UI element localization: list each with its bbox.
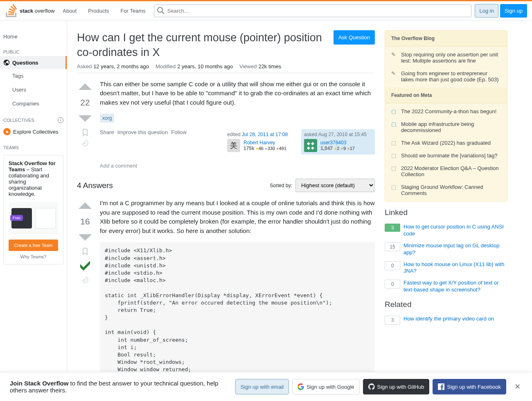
question-post: 22 This can either be some sample C code…: [77, 80, 375, 172]
vote-count: 22: [80, 98, 90, 108]
sidebar: Home PUBLIC Questions Tags Users Compani…: [0, 20, 67, 396]
history-icon[interactable]: [81, 139, 89, 147]
main-content: How can I get the current mouse (pointer…: [77, 30, 375, 386]
modified-label: Modified: [156, 63, 176, 69]
asker-action: asked: [304, 132, 318, 137]
banner-close-button[interactable]: ✕: [513, 381, 522, 393]
blog-item[interactable]: Stop requiring only one assertion per un…: [401, 52, 501, 64]
sidebar-tags[interactable]: Tags: [0, 69, 67, 83]
asked-value: 12 years, 2 months ago: [93, 63, 149, 69]
editor-time[interactable]: Jul 28, 2011 at 17:08: [242, 132, 288, 137]
viewed-label: Viewed: [239, 63, 257, 69]
so-icon: ⬚: [391, 184, 398, 196]
auth-buttons: Log in Sign up: [475, 4, 527, 18]
linked-item: 15 Minimize mouse input lag on GL deskto…: [385, 242, 507, 256]
login-button[interactable]: Log in: [475, 4, 498, 18]
editor-bronze: [276, 146, 279, 151]
asker-silver: [340, 146, 343, 151]
upvote-button[interactable]: [78, 80, 92, 94]
editor-name[interactable]: Robert Harvey: [243, 140, 286, 146]
github-icon: [368, 383, 375, 390]
editor-action: edited: [227, 132, 242, 137]
signup-facebook-button[interactable]: Sign up with Facebook: [433, 379, 506, 394]
globe-icon: [3, 59, 10, 66]
linked-item: 3 How to get cursor position in C using …: [385, 224, 507, 237]
meta-item[interactable]: The 2022 Community-a-thon has begun!: [401, 108, 496, 114]
follow-link[interactable]: Follow: [171, 129, 187, 135]
modified-value: 2 years, 10 months ago: [177, 63, 233, 69]
meta-item[interactable]: The Ask Wizard (2022) has graduated: [401, 140, 491, 146]
sidebar-users[interactable]: Users: [0, 83, 67, 97]
linked-score: 3: [385, 224, 400, 232]
teams-illustration: Free: [9, 202, 58, 235]
meta-item[interactable]: Should we burninate the [variations] tag…: [401, 152, 498, 159]
meta-header: Featured on Meta: [385, 87, 507, 103]
answers-count: 4 Answers: [77, 181, 113, 190]
sidebar-explore-collectives[interactable]: ★ Explore Collectives: [0, 125, 67, 139]
bookmark-icon[interactable]: [81, 129, 89, 136]
editor-gold: [256, 146, 259, 151]
share-link[interactable]: Share: [100, 129, 114, 135]
sidebar-teams-header: TEAMS: [0, 139, 67, 152]
info-icon[interactable]: i: [58, 117, 63, 123]
linked-item: 0 Fastest way to get X/Y position of tex…: [385, 280, 507, 293]
sidebar-companies[interactable]: Companies: [0, 97, 67, 111]
search-input[interactable]: [154, 4, 472, 17]
sort-select[interactable]: Highest score (default): [295, 179, 375, 192]
viewed-value: 22k times: [258, 63, 281, 69]
tag-xorg[interactable]: xorg: [100, 114, 114, 123]
linked-title[interactable]: How to get cursor position in C using AN…: [404, 224, 507, 237]
answer-bookmark-icon[interactable]: [81, 248, 89, 255]
nav-links: About Products For Teams: [58, 5, 150, 16]
sort-label: Sorted by:: [270, 183, 292, 188]
linked-item: 0 How to hook mouse on Linux (X11 lib) w…: [385, 261, 507, 275]
meta-item[interactable]: 2022 Moderator Election Q&A – Question C…: [401, 165, 501, 177]
meta-item[interactable]: Staging Ground Workflow: Canned Comments: [401, 184, 501, 196]
sidebar-questions[interactable]: Questions: [0, 56, 67, 69]
logo-text: stack overflow: [20, 8, 54, 14]
sidebar-questions-label: Questions: [12, 60, 38, 66]
linked-title[interactable]: How to hook mouse on Linux (X11 lib) wit…: [404, 261, 507, 275]
editor-rep: 175k: [243, 146, 255, 151]
editor-avatar[interactable]: 美: [227, 139, 240, 152]
blog-header: The Overflow Blog: [385, 31, 507, 47]
speech-icon: ▢: [391, 121, 398, 133]
why-teams-link[interactable]: Why Teams?: [9, 254, 58, 259]
downvote-button[interactable]: [78, 111, 92, 125]
signup-github-button[interactable]: Sign up with GitHub: [363, 379, 430, 394]
question-body: This can either be some sample C code or…: [100, 80, 375, 108]
asker-card: asked Aug 27, 2010 at 15:45 ◆ ◆◆ ◆ user3…: [301, 129, 375, 155]
blog-item[interactable]: Going from engineer to entrepreneur take…: [401, 70, 501, 83]
overflow-blog-widget: The Overflow Blog ✎Stop requiring only o…: [385, 30, 507, 202]
answer-upvote-button[interactable]: [78, 199, 92, 213]
asker-avatar[interactable]: ◆ ◆◆ ◆: [304, 139, 317, 152]
answer-vote-column: 16: [77, 199, 93, 385]
linked-score: 15: [385, 242, 400, 251]
answer-downvote-button[interactable]: [78, 230, 92, 244]
ask-question-button[interactable]: Ask Question: [334, 30, 375, 45]
signup-google-button[interactable]: Sign up with Google: [292, 379, 359, 394]
nav-products[interactable]: Products: [83, 5, 114, 16]
pencil-icon: ✎: [391, 70, 398, 83]
linked-title[interactable]: Minimize mouse input lag on GL desktop a…: [404, 242, 507, 256]
so-icon: ⬚: [391, 140, 398, 146]
signup-email-button[interactable]: Sign up with email: [235, 379, 289, 394]
answer-body: I'm not a C programmer by any means but …: [100, 199, 375, 235]
question-meta: Asked12 years, 2 months ago Modified2 ye…: [77, 63, 375, 73]
asker-name[interactable]: user376403: [320, 140, 355, 146]
banner-bold: Join Stack Overflow: [10, 380, 68, 387]
nav-forteams[interactable]: For Teams: [116, 5, 151, 16]
logo[interactable]: stack overflow: [5, 4, 54, 17]
sidebar-home[interactable]: Home: [0, 30, 67, 43]
add-comment-link[interactable]: Add a comment: [100, 159, 375, 172]
nav-about[interactable]: About: [58, 5, 81, 16]
answer-history-icon[interactable]: [81, 276, 89, 284]
signup-button[interactable]: Sign up: [500, 4, 527, 18]
meta-item[interactable]: Mobile app infrastructure being decommis…: [401, 121, 501, 133]
linked-title[interactable]: Fastest way to get X/Y position of text …: [404, 280, 507, 293]
improve-link[interactable]: Improve this question: [117, 129, 168, 135]
accepted-check-icon: [78, 258, 92, 273]
create-team-button[interactable]: Create a free Team: [9, 240, 58, 251]
answer-post: 16 I'm not a C programmer by any means b…: [77, 199, 375, 385]
related-title[interactable]: How identify the primary video card on: [404, 316, 494, 323]
